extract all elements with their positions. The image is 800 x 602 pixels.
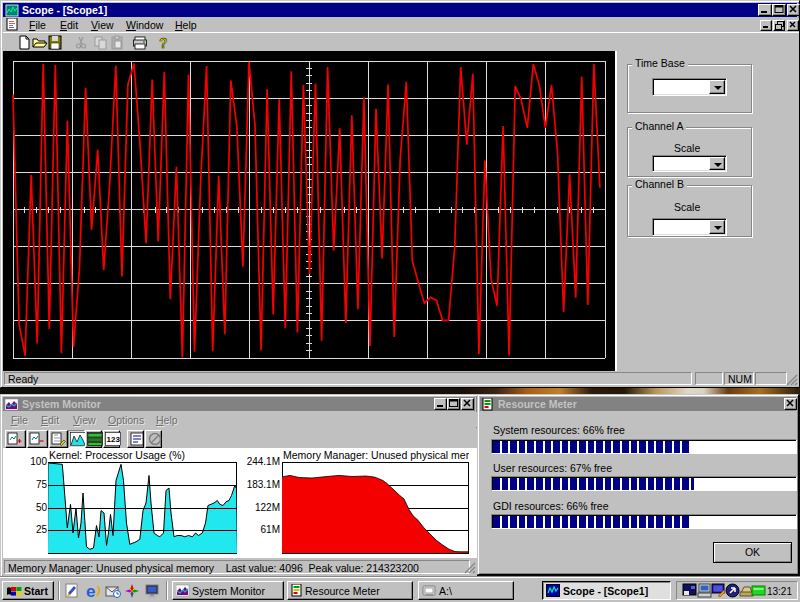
svg-text:?: ? [159, 35, 168, 50]
svg-text:e: e [86, 583, 95, 599]
svg-text:123: 123 [107, 435, 121, 444]
